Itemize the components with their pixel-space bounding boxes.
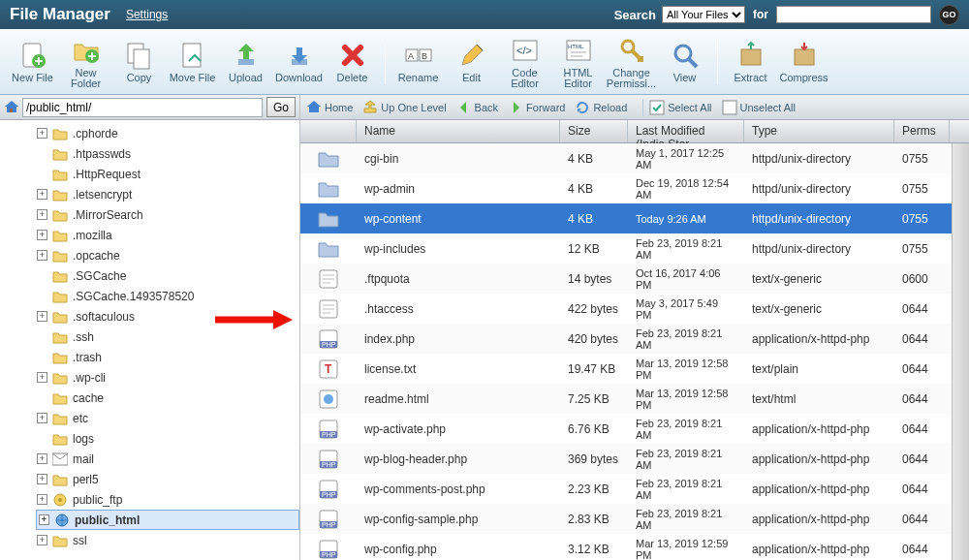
file-row[interactable]: PHPwp-config.php3.12 KBMar 13, 2019 12:5… bbox=[300, 534, 952, 560]
scrollbar[interactable] bbox=[952, 143, 969, 560]
tree-item[interactable]: +.wp-cli bbox=[37, 367, 299, 388]
select-all-icon bbox=[649, 100, 665, 115]
upload-button[interactable]: Upload bbox=[219, 40, 272, 83]
file-row[interactable]: PHPwp-config-sample.php2.83 KBFeb 23, 20… bbox=[300, 504, 952, 534]
tree-item[interactable]: .SGCache.1493578520 bbox=[37, 286, 299, 306]
nav-select-all[interactable]: Select All bbox=[649, 100, 711, 115]
tree-label: ssl bbox=[73, 534, 87, 547]
go-button[interactable]: Go bbox=[266, 97, 296, 117]
file-name: wp-content bbox=[357, 212, 560, 226]
copy-button[interactable]: Copy bbox=[112, 40, 166, 83]
file-row[interactable]: PHPwp-activate.php6.76 KBFeb 23, 2019 8:… bbox=[300, 414, 952, 444]
compress-button[interactable]: Compress bbox=[777, 40, 830, 83]
toolbar-label: Code Editor bbox=[498, 68, 551, 89]
nav-label: Back bbox=[475, 102, 498, 113]
view-button[interactable]: View bbox=[658, 40, 711, 83]
download-button[interactable]: Download bbox=[272, 40, 326, 83]
file-name: wp-blog-header.php bbox=[357, 452, 560, 466]
settings-link[interactable]: Settings bbox=[126, 8, 168, 21]
file-modified: Feb 23, 2019 8:21 AM bbox=[628, 237, 744, 261]
search-input[interactable] bbox=[776, 6, 931, 23]
col-name[interactable]: Name bbox=[357, 120, 560, 142]
file-row[interactable]: Tlicense.txt19.47 KBMar 13, 2019 12:58 P… bbox=[300, 354, 952, 384]
search-scope-select[interactable]: All Your Files bbox=[662, 6, 745, 23]
change-permissions-button[interactable]: Change Permissi... bbox=[605, 35, 658, 89]
expand-toggle[interactable]: + bbox=[37, 494, 47, 505]
tree-item[interactable]: .htpasswds bbox=[37, 143, 299, 164]
file-row[interactable]: PHPwp-blog-header.php369 bytesFeb 23, 20… bbox=[300, 444, 952, 474]
tree-item[interactable]: +public_ftp bbox=[37, 489, 299, 510]
expand-toggle[interactable]: + bbox=[37, 311, 47, 322]
new-file-button[interactable]: New File bbox=[6, 40, 59, 83]
tree-item[interactable]: +perl5 bbox=[37, 469, 299, 489]
expand-toggle[interactable]: + bbox=[37, 535, 47, 545]
expand-toggle[interactable]: + bbox=[39, 514, 49, 525]
nav-forward[interactable]: Forward bbox=[508, 100, 565, 115]
tree-label: public_ftp bbox=[73, 493, 122, 507]
folder-icon bbox=[52, 188, 68, 202]
tree-item[interactable]: +public_html bbox=[36, 510, 299, 530]
expand-toggle[interactable]: + bbox=[37, 413, 47, 423]
tree-item[interactable]: .SGCache bbox=[37, 265, 299, 286]
file-type: text/x-generic bbox=[744, 302, 894, 316]
code-editor-button[interactable]: </>Code Editor bbox=[498, 35, 551, 89]
tree-item[interactable]: +.mozilla bbox=[37, 225, 299, 245]
col-perms[interactable]: Perms bbox=[894, 120, 950, 142]
nav-home[interactable]: Home bbox=[306, 100, 353, 115]
rename-button[interactable]: ABRename bbox=[391, 40, 445, 83]
file-row[interactable]: wp-includes12 KBFeb 23, 2019 8:21 AMhttp… bbox=[300, 233, 952, 264]
expand-toggle[interactable]: + bbox=[37, 453, 47, 464]
folder-icon bbox=[52, 371, 68, 385]
tree-item[interactable]: cache bbox=[37, 388, 299, 408]
tree-item[interactable]: +.opcache bbox=[37, 245, 299, 265]
path-input[interactable] bbox=[22, 98, 263, 117]
col-type[interactable]: Type bbox=[744, 120, 894, 142]
expand-toggle[interactable]: + bbox=[37, 189, 47, 200]
tree-item[interactable]: logs bbox=[37, 428, 299, 449]
toolbar-label: Upload bbox=[219, 73, 272, 83]
folder-tree[interactable]: +.cphorde.htpasswds.HttpRequest+.letsenc… bbox=[0, 120, 299, 560]
new-folder-button[interactable]: New Folder bbox=[59, 35, 112, 89]
expand-toggle[interactable]: + bbox=[37, 250, 47, 261]
nav-back[interactable]: Back bbox=[456, 100, 498, 115]
col-size[interactable]: Size bbox=[560, 120, 628, 142]
nav-unselect-all[interactable]: Unselect All bbox=[722, 100, 796, 115]
tree-item[interactable]: +mail bbox=[37, 449, 299, 469]
expand-toggle[interactable]: + bbox=[37, 128, 47, 139]
file-row[interactable]: readme.html7.25 KBMar 13, 2019 12:58 PMt… bbox=[300, 384, 952, 414]
delete-button[interactable]: Delete bbox=[326, 40, 379, 83]
nav-up[interactable]: Up One Level bbox=[362, 100, 446, 115]
file-list[interactable]: cgi-bin4 KBMay 1, 2017 12:25 AMhttpd/uni… bbox=[300, 143, 952, 560]
file-row[interactable]: cgi-bin4 KBMay 1, 2017 12:25 AMhttpd/uni… bbox=[300, 143, 952, 173]
folder-icon bbox=[52, 391, 68, 405]
file-size: 4 KB bbox=[560, 152, 628, 166]
expand-toggle[interactable]: + bbox=[37, 209, 47, 220]
extract-button[interactable]: Extract bbox=[724, 40, 777, 83]
expand-toggle[interactable]: + bbox=[37, 372, 47, 383]
file-row[interactable]: PHPindex.php420 bytesFeb 23, 2019 8:21 A… bbox=[300, 324, 952, 354]
file-row[interactable]: .htaccess422 bytesMay 3, 2017 5:49 PMtex… bbox=[300, 294, 952, 324]
nav-reload[interactable]: Reload bbox=[575, 100, 627, 115]
move-file-button[interactable]: Move File bbox=[166, 40, 219, 83]
file-icon bbox=[317, 209, 340, 229]
expand-toggle[interactable]: + bbox=[37, 230, 47, 240]
file-row[interactable]: PHPwp-comments-post.php2.23 KBFeb 23, 20… bbox=[300, 474, 952, 504]
expand-toggle[interactable]: + bbox=[37, 474, 47, 484]
tree-item[interactable]: .HttpRequest bbox=[37, 164, 299, 184]
tree-item[interactable]: +.letsencrypt bbox=[37, 184, 299, 204]
tree-item[interactable]: +.cphorde bbox=[37, 123, 299, 143]
edit-button[interactable]: Edit bbox=[445, 40, 498, 83]
file-row[interactable]: wp-content4 KBToday 9:26 AMhttpd/unix-di… bbox=[300, 203, 952, 233]
tree-item[interactable]: +ssl bbox=[37, 530, 299, 550]
col-modified[interactable]: Last Modified (India Star bbox=[628, 120, 744, 142]
tree-item[interactable]: .trash bbox=[37, 347, 299, 367]
file-perms: 0644 bbox=[894, 452, 950, 466]
tree-item[interactable]: +etc bbox=[37, 408, 299, 428]
file-row[interactable]: wp-admin4 KBDec 19, 2018 12:54 AMhttpd/u… bbox=[300, 173, 952, 203]
tree-item[interactable]: +.MirrorSearch bbox=[37, 204, 299, 225]
unselect-all-icon bbox=[722, 100, 737, 115]
html-editor-button[interactable]: HTMLHTML Editor bbox=[551, 35, 605, 89]
file-row[interactable]: .ftpquota14 bytesOct 16, 2017 4:06 PMtex… bbox=[300, 264, 952, 294]
file-type: httpd/unix-directory bbox=[744, 152, 894, 166]
search-go-button[interactable]: GO bbox=[939, 5, 959, 25]
